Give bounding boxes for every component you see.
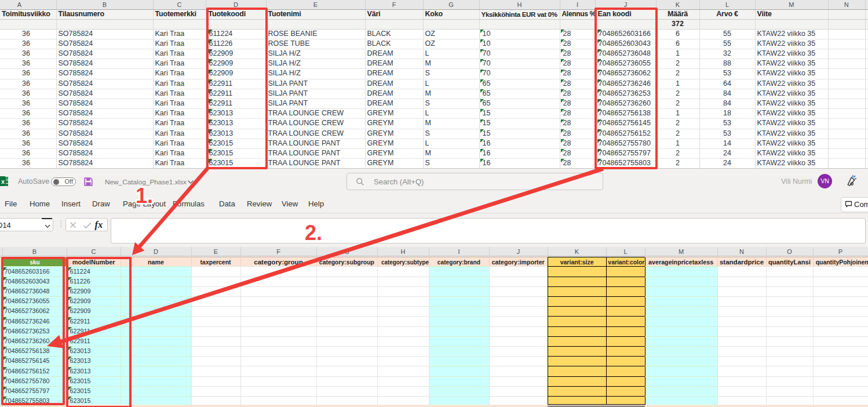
svg-text:1.: 1. xyxy=(136,184,153,208)
svg-text:2.: 2. xyxy=(305,221,322,245)
